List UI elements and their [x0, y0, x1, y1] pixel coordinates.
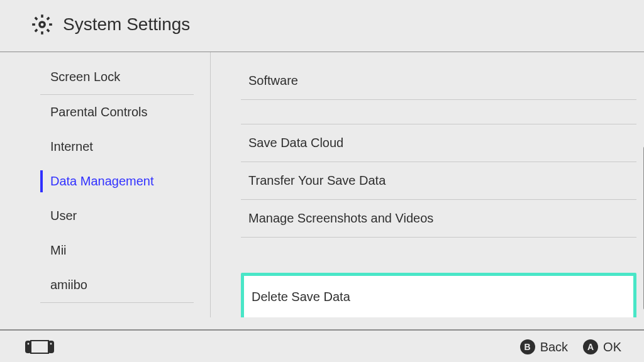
sidebar-item-mii[interactable]: Mii — [40, 233, 194, 268]
svg-point-5 — [50, 343, 52, 345]
sidebar-item-screen-lock[interactable]: Screen Lock — [40, 60, 194, 94]
sidebar-divider — [40, 302, 194, 303]
header: System Settings — [0, 0, 644, 52]
sidebar: Screen Lock Parental Controls Internet D… — [0, 52, 211, 317]
sidebar-item-parental-controls[interactable]: Parental Controls — [40, 95, 194, 129]
main-item-software[interactable]: Software — [241, 62, 636, 100]
svg-point-0 — [40, 22, 45, 27]
sidebar-item-user[interactable]: User — [40, 199, 194, 233]
main-item-delete-save-data[interactable]: Delete Save Data — [241, 273, 636, 317]
svg-rect-3 — [31, 341, 48, 353]
footer: B Back A OK — [0, 329, 644, 362]
content-area: Screen Lock Parental Controls Internet D… — [0, 52, 644, 317]
main-item-manage-screenshots[interactable]: Manage Screenshots and Videos — [241, 200, 636, 238]
footer-actions: B Back A OK — [520, 339, 621, 354]
sidebar-item-data-management[interactable]: Data Management — [40, 164, 194, 199]
back-button[interactable]: B Back — [520, 339, 568, 354]
a-button-icon: A — [583, 339, 598, 354]
svg-point-4 — [28, 343, 30, 345]
sidebar-item-amiibo[interactable]: amiibo — [40, 268, 194, 302]
console-icon[interactable] — [25, 339, 54, 354]
b-button-icon: B — [520, 339, 535, 354]
main-item-save-data-cloud[interactable]: Save Data Cloud — [241, 124, 636, 162]
page-title: System Settings — [63, 14, 190, 35]
gear-icon — [30, 13, 54, 36]
ok-label: OK — [603, 340, 621, 354]
ok-button[interactable]: A OK — [583, 339, 621, 354]
back-label: Back — [540, 340, 568, 354]
sidebar-item-internet[interactable]: Internet — [40, 129, 194, 164]
main-panel: Software Save Data Cloud Transfer Your S… — [211, 52, 644, 317]
main-item-transfer-save-data[interactable]: Transfer Your Save Data — [241, 162, 636, 200]
spacer — [241, 100, 636, 124]
